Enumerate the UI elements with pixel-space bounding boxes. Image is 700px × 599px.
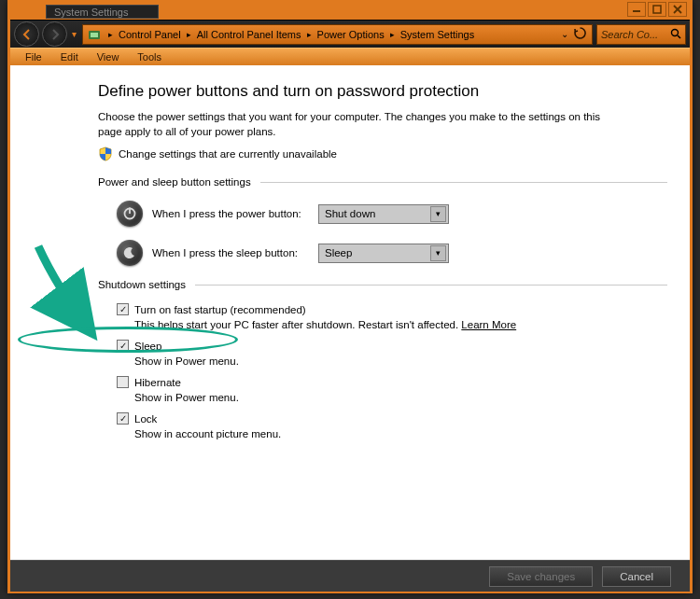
fast-startup-sub: This helps start your PC faster after sh… bbox=[134, 319, 690, 330]
sleep-button-label: When I press the sleep button: bbox=[152, 247, 318, 258]
content-area: Define power buttons and turn on passwor… bbox=[10, 65, 690, 560]
power-button-row: When I press the power button: Shut down… bbox=[117, 201, 690, 227]
lock-label: Lock bbox=[134, 413, 157, 425]
svg-point-6 bbox=[672, 29, 679, 35]
back-button[interactable] bbox=[14, 21, 39, 47]
menu-bar: File Edit View Tools bbox=[10, 48, 690, 65]
fast-startup-option: ✓ Turn on fast startup (recommended) bbox=[117, 303, 690, 315]
sleep-icon bbox=[117, 240, 143, 266]
menu-view[interactable]: View bbox=[88, 51, 129, 63]
hibernate-option: Hibernate bbox=[117, 376, 690, 388]
window-title: System Settings bbox=[46, 5, 159, 19]
fast-startup-label: Turn on fast startup (recommended) bbox=[134, 304, 306, 315]
power-button-label: When I press the power button: bbox=[152, 208, 318, 219]
sleep-option: ✓ Sleep bbox=[117, 340, 690, 352]
close-button[interactable] bbox=[668, 2, 687, 17]
breadcrumb-sep: ▸ bbox=[184, 30, 194, 39]
svg-rect-5 bbox=[91, 33, 98, 37]
save-changes-button[interactable]: Save changes bbox=[489, 566, 593, 587]
menu-tools[interactable]: Tools bbox=[128, 51, 171, 63]
hibernate-label: Hibernate bbox=[134, 377, 181, 388]
menu-file[interactable]: File bbox=[16, 51, 51, 63]
lock-option: ✓ Lock bbox=[117, 412, 690, 425]
divider bbox=[260, 182, 667, 183]
sleep-button-value: Sleep bbox=[325, 247, 352, 258]
divider bbox=[195, 285, 667, 286]
minimize-button[interactable] bbox=[627, 2, 646, 17]
power-button-select[interactable]: Shut down ▾ bbox=[318, 204, 449, 224]
navigation-bar: ▾ ▸ Control Panel ▸ All Control Panel It… bbox=[10, 20, 690, 48]
lock-checkbox[interactable]: ✓ bbox=[117, 412, 129, 425]
page-description: Choose the power settings that you want … bbox=[98, 110, 621, 139]
maximize-icon bbox=[652, 5, 662, 14]
search-placeholder: Search Co... bbox=[601, 29, 658, 40]
hibernate-sub: Show in Power menu. bbox=[134, 392, 690, 403]
page-heading: Define power buttons and turn on passwor… bbox=[98, 82, 690, 101]
menu-edit[interactable]: Edit bbox=[51, 51, 88, 63]
fast-startup-desc: This helps start your PC faster after sh… bbox=[134, 319, 458, 330]
titlebar: System Settings bbox=[10, 3, 690, 20]
breadcrumb-item[interactable]: Control Panel bbox=[116, 29, 184, 40]
shield-icon bbox=[98, 146, 113, 161]
power-icon bbox=[117, 201, 143, 227]
section-label: Shutdown settings bbox=[98, 279, 186, 290]
breadcrumb-sep: ▸ bbox=[387, 30, 398, 39]
arrow-left-icon bbox=[21, 28, 34, 41]
power-button-value: Shut down bbox=[325, 208, 375, 219]
breadcrumb-sep: ▸ bbox=[105, 30, 116, 39]
svg-line-7 bbox=[678, 35, 680, 38]
chevron-down-icon: ▾ bbox=[430, 206, 446, 222]
cancel-button[interactable]: Cancel bbox=[602, 566, 671, 587]
forward-button[interactable] bbox=[42, 21, 67, 47]
hibernate-checkbox[interactable] bbox=[117, 376, 129, 388]
breadcrumb-sep: ▸ bbox=[304, 30, 315, 39]
change-settings-text: Change settings that are currently unava… bbox=[119, 148, 337, 160]
close-icon bbox=[673, 5, 682, 14]
control-panel-icon bbox=[87, 27, 102, 42]
change-settings-link[interactable]: Change settings that are currently unava… bbox=[98, 146, 690, 161]
sleep-sub: Show in Power menu. bbox=[134, 355, 690, 367]
sleep-button-row: When I press the sleep button: Sleep ▾ bbox=[117, 240, 690, 266]
chevron-down-icon[interactable]: ⌄ bbox=[561, 29, 568, 39]
fast-startup-checkbox[interactable]: ✓ bbox=[117, 303, 129, 315]
chevron-down-icon: ▾ bbox=[430, 245, 446, 261]
minimize-icon bbox=[632, 5, 641, 14]
breadcrumb-item[interactable]: Power Options bbox=[315, 29, 387, 40]
sleep-button-select[interactable]: Sleep ▾ bbox=[318, 244, 449, 263]
search-input[interactable]: Search Co... bbox=[596, 24, 686, 45]
section-label: Power and sleep button settings bbox=[98, 176, 251, 188]
lock-sub: Show in account picture menu. bbox=[134, 428, 690, 439]
search-icon bbox=[670, 28, 681, 41]
learn-more-link[interactable]: Learn More bbox=[461, 319, 516, 330]
section-shutdown: Shutdown settings bbox=[98, 279, 690, 290]
maximize-button[interactable] bbox=[648, 2, 666, 17]
history-dropdown-icon[interactable]: ▾ bbox=[72, 29, 77, 39]
window-frame: System Settings ▾ ▸ Control Pane bbox=[7, 0, 693, 593]
section-power-sleep: Power and sleep button settings bbox=[98, 176, 690, 188]
address-bar[interactable]: ▸ Control Panel ▸ All Control Panel Item… bbox=[82, 24, 593, 45]
arrow-right-icon bbox=[49, 28, 62, 41]
refresh-icon[interactable] bbox=[574, 27, 586, 41]
sleep-label: Sleep bbox=[134, 341, 161, 352]
footer-bar: Save changes Cancel bbox=[10, 560, 690, 592]
shutdown-settings-list: ✓ Turn on fast startup (recommended) Thi… bbox=[117, 303, 690, 439]
breadcrumb-item[interactable]: System Settings bbox=[398, 29, 477, 40]
sleep-checkbox[interactable]: ✓ bbox=[117, 340, 129, 352]
svg-rect-1 bbox=[653, 6, 661, 13]
annotation-arrow-icon bbox=[10, 226, 104, 356]
breadcrumb-item[interactable]: All Control Panel Items bbox=[194, 29, 304, 40]
